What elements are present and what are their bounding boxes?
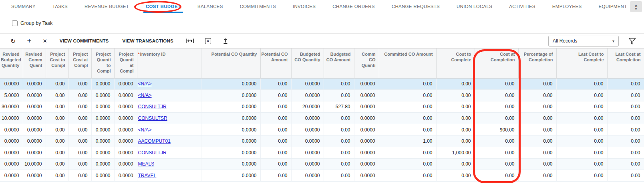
cell-last-cost-at-completion[interactable]: 0.00 [607,124,644,135]
column-header-project-cost-to-complete[interactable]: Project Cost to Compl [46,49,68,78]
cell-potential-co-amount[interactable]: 0.00 [260,170,291,182]
column-header-revised-comm-quant[interactable]: Revised Comm Quant [23,49,46,78]
column-header-last-cost-at-completion[interactable]: Last Cost at Completion [607,49,644,78]
inventory-id-link[interactable]: <N/A> [138,93,152,98]
cell-potential-co-amount[interactable]: 0.00 [260,113,291,124]
cell-last-cost-to-complete[interactable]: 0.00 [556,113,607,124]
cell-comm-co-quantity[interactable]: 0.0000 [354,90,379,101]
column-header-comm-co-quantity[interactable]: Comm CO Quanti [354,49,379,78]
export-button[interactable] [217,35,234,47]
cell-potential-co-quantity[interactable]: 0.0000 [201,158,260,170]
cell-budgeted-co-amount[interactable]: 0.00 [324,135,354,147]
cell-cost-at-completion[interactable]: 0.00 [475,78,518,90]
column-header-budgeted-co-quantity[interactable]: Budgeted CO Quantity [291,49,324,78]
cell-comm-co-quantity[interactable]: 0.0000 [354,135,379,147]
cell-budgeted-co-quantity[interactable]: 0.0000 [291,124,324,135]
cell-revised-comm-quant[interactable]: 0.0000 [23,135,46,147]
cell-project-quantity-at-completion[interactable]: 0.0000 [114,78,137,90]
cell-cost-at-completion[interactable]: 0.00 [475,170,518,182]
cell-revised-comm-quant[interactable]: 0.0000 [23,90,46,101]
cell-inventory-id[interactable]: <N/A> [137,90,201,101]
cell-percentage-of-completion[interactable]: 0.00 [518,170,556,182]
cell-project-cost-to-complete[interactable]: 0.00 [46,113,68,124]
grid-row[interactable]: 5.00000.00000.000.000.00000.0000<N/A>0.0… [0,90,644,101]
tab-activities[interactable]: ACTIVITIES [507,0,538,13]
export-excel-button[interactable]: X [199,35,217,47]
cell-cost-at-completion[interactable]: 0.00 [475,135,518,147]
grid-row[interactable]: 0.00000.00000.000.000.00000.0000TRAVEL0.… [0,170,644,182]
cell-committed-co-amount[interactable]: 0.00 [379,158,436,170]
column-header-committed-co-amount[interactable]: Committed CO Amount [379,49,436,78]
delete-row-button[interactable]: ✕ [37,35,53,47]
tab-change-requests[interactable]: CHANGE REQUESTS [389,0,442,13]
tab-commitments[interactable]: COMMITMENTS [237,0,278,13]
cell-potential-co-quantity[interactable]: 0.0000 [201,147,260,159]
cell-revised-budgeted-quantity[interactable]: 0.0000 [0,78,23,90]
cell-project-cost-at-completion[interactable]: 0.00 [68,113,91,124]
cell-project-cost-to-complete[interactable]: 0.00 [46,90,68,101]
tab-tasks[interactable]: TASKS [50,0,70,13]
cell-revised-comm-quant[interactable]: 10.0000 [23,158,46,170]
cell-last-cost-at-completion[interactable]: 0.00 [607,101,644,113]
cell-last-cost-to-complete[interactable]: 0.00 [556,170,607,182]
cell-committed-co-amount[interactable]: 0.00 [379,78,436,90]
cell-project-cost-to-complete[interactable]: 0.00 [46,124,68,135]
cell-cost-at-completion[interactable]: 900.00 [475,124,518,135]
cell-inventory-id[interactable]: <N/A> [137,124,201,135]
cell-project-cost-at-completion[interactable]: 0.00 [68,78,91,90]
cell-project-quantity-at-completion[interactable]: 0.0000 [114,101,137,113]
cell-comm-co-quantity[interactable]: 0.0000 [354,124,379,135]
cell-budgeted-co-quantity[interactable]: 0.0000 [291,113,324,124]
grid-row[interactable]: 0.00000.00000.000.000.00000.0000<N/A>0.0… [0,124,644,135]
cell-project-quantity-at-completion[interactable]: 0.0000 [114,90,137,101]
cell-revised-budgeted-quantity[interactable]: 0.0000 [0,135,23,147]
cell-project-quantity-at-completion[interactable]: 0.0000 [114,147,137,159]
column-header-project-quantity-at-completion[interactable]: Project Quanti at Compl [114,49,137,78]
view-transactions-button[interactable]: VIEW TRANSACTIONS [116,35,180,47]
cell-inventory-id[interactable]: AACOMPUT01 [137,135,201,147]
cell-budgeted-co-amount[interactable]: 0.00 [324,90,354,101]
inventory-id-link[interactable]: CONSULTSR [138,115,167,121]
cell-project-quantity-at-completion[interactable]: 0.0000 [114,135,137,147]
cell-project-cost-at-completion[interactable]: 0.00 [68,147,91,159]
cell-project-cost-to-complete[interactable]: 0.00 [46,78,68,90]
cell-cost-to-complete[interactable]: 0.00 [436,124,475,135]
cell-last-cost-at-completion[interactable]: 0.00 [607,147,644,159]
grid-row[interactable]: 30.00000.00000.000.000.00000.0000CONSULT… [0,101,644,113]
grid-row[interactable]: 0.000010.00000.000.000.00000.0000MEALS0.… [0,158,644,170]
cell-revised-budgeted-quantity[interactable]: 5.0000 [0,90,23,101]
cell-project-quantity-to-complete[interactable]: 0.0000 [91,170,114,182]
cell-project-quantity-to-complete[interactable]: 0.0000 [91,78,114,90]
cell-revised-budgeted-quantity[interactable]: 0.0000 [0,124,23,135]
cell-inventory-id[interactable]: TRAVEL [137,170,201,182]
cell-potential-co-quantity[interactable]: 0.0000 [201,170,260,182]
cell-potential-co-amount[interactable]: 0.00 [260,124,291,135]
cell-project-quantity-to-complete[interactable]: 0.0000 [91,113,114,124]
grid-row[interactable]: 10.00000.00000.000.000.00000.0000CONSULT… [0,113,644,124]
inventory-id-link[interactable]: <N/A> [138,127,152,133]
cell-cost-at-completion[interactable]: 0.00 [475,147,518,159]
cell-percentage-of-completion[interactable]: 0.00 [518,113,556,124]
cell-comm-co-quantity[interactable]: 0.0000 [354,147,379,159]
cell-budgeted-co-quantity[interactable]: 0.0000 [291,147,324,159]
column-header-potential-co-quantity[interactable]: Potential CO Quantity [201,49,260,78]
cell-comm-co-quantity[interactable]: 0.0000 [354,158,379,170]
cell-project-cost-to-complete[interactable]: 0.00 [46,158,68,170]
cell-budgeted-co-amount[interactable]: 0.00 [324,78,354,90]
column-header-cost-to-complete[interactable]: Cost to Complete [436,49,475,78]
cell-project-cost-at-completion[interactable]: 0.00 [68,135,91,147]
cell-cost-to-complete[interactable]: 0.00 [436,78,475,90]
cell-percentage-of-completion[interactable]: 0.00 [518,101,556,113]
cell-cost-at-completion[interactable]: 0.00 [475,158,518,170]
cell-last-cost-to-complete[interactable]: 0.00 [556,135,607,147]
cell-percentage-of-completion[interactable]: 0.00 [518,90,556,101]
cell-revised-comm-quant[interactable]: 0.0000 [23,101,46,113]
cell-budgeted-co-quantity[interactable]: 20.0000 [291,101,324,113]
cell-potential-co-quantity[interactable]: 0.0000 [201,135,260,147]
tab-balances[interactable]: BALANCES [195,0,225,13]
cell-last-cost-to-complete[interactable]: 0.00 [556,124,607,135]
records-filter-select[interactable]: All Records ▾ [548,36,619,46]
inventory-id-link[interactable]: CONSULTJR [138,104,167,109]
cell-cost-to-complete[interactable]: 0.00 [436,101,475,113]
grid-row[interactable]: 0.00000.00000.000.000.00000.0000<N/A>0.0… [0,78,644,90]
